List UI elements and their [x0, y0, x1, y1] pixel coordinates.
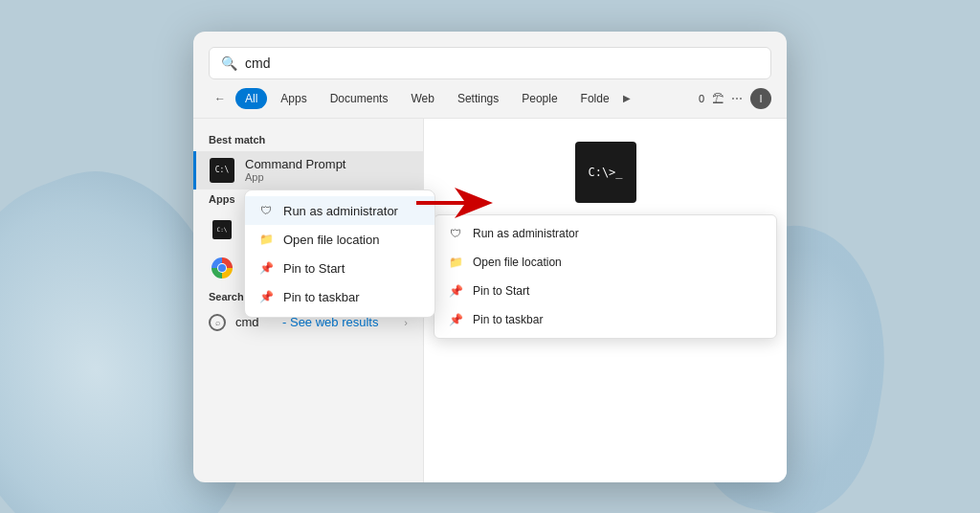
tab-settings[interactable]: Settings — [448, 88, 508, 109]
tab-all[interactable]: All — [235, 88, 267, 109]
folder-icon-float: 📁 — [258, 232, 274, 247]
floating-context-menu: 🛡 Run as administrator 📁 Open file locat… — [244, 190, 435, 318]
chrome-icon-container — [209, 255, 235, 281]
best-match-label: Best match — [193, 130, 423, 151]
right-panel: C:\>_ Command Prompt App 🛡 Run as admini… — [423, 119, 787, 482]
floating-pin-start-label: Pin to Start — [283, 261, 345, 276]
tab-people[interactable]: People — [512, 88, 567, 109]
floating-menu-open-location[interactable]: 📁 Open file location — [245, 225, 434, 254]
search-icon: 🔍 — [221, 56, 237, 71]
tab-apps[interactable]: Apps — [271, 88, 316, 109]
folder-icon-right: 📁 — [448, 255, 463, 270]
best-match-item[interactable]: C:\ Command Prompt App — [193, 151, 423, 190]
tab-more-button[interactable]: ▶ — [623, 93, 631, 103]
pin-icon-right-1: 📌 — [448, 283, 463, 299]
web-search-arrow: › — [404, 317, 408, 328]
tab-documents[interactable]: Documents — [321, 88, 398, 109]
result-count: 0 — [699, 93, 704, 104]
search-input[interactable]: cmd — [245, 56, 759, 71]
tab-web[interactable]: Web — [401, 88, 443, 109]
right-menu-pin-start-label: Pin to Start — [473, 284, 529, 298]
floating-open-location-label: Open file location — [283, 233, 379, 247]
cmd-icon-best: C:\ — [209, 157, 235, 184]
filter-tabs: ← All Apps Documents Web Settings People… — [193, 79, 787, 119]
floating-pin-taskbar-label: Pin to taskbar — [283, 290, 360, 304]
floating-run-admin-label: Run as administrator — [283, 204, 398, 218]
search-bar: 🔍 cmd — [209, 47, 771, 79]
right-menu-run-admin[interactable]: 🛡 Run as administrator — [434, 219, 776, 248]
right-menu-pin-start[interactable]: 📌 Pin to Start — [434, 277, 776, 305]
filter-icon: ⛱ — [712, 92, 724, 105]
tab-folders[interactable]: Folde — [571, 88, 619, 109]
floating-menu-pin-taskbar[interactable]: 📌 Pin to taskbar — [245, 282, 434, 311]
right-menu-open-location[interactable]: 📁 Open file location — [434, 248, 776, 277]
right-menu-open-label: Open file location — [473, 256, 562, 269]
chrome-icon — [212, 257, 233, 279]
floating-menu-run-admin[interactable]: 🛡 Run as administrator — [245, 196, 434, 225]
shield-icon-right: 🛡 — [448, 226, 463, 241]
cmd-vctl-icon: C:\ — [209, 216, 235, 243]
best-match-type: App — [245, 171, 408, 183]
web-search-icon: ⌕ — [209, 314, 226, 331]
pin-icon-float-1: 📌 — [258, 260, 274, 276]
context-menu-right: 🛡 Run as administrator 📁 Open file locat… — [434, 214, 777, 339]
pin-icon-right-2: 📌 — [448, 312, 463, 327]
overflow-icon[interactable]: ⋯ — [731, 92, 743, 105]
right-menu-run-admin-label: Run as administrator — [473, 227, 579, 240]
tab-back-button[interactable]: ← — [209, 87, 232, 110]
tab-more-area: 0 ⛱ ⋯ I — [695, 88, 771, 109]
right-menu-pin-taskbar[interactable]: 📌 Pin to taskbar — [434, 305, 776, 334]
floating-menu-pin-start[interactable]: 📌 Pin to Start — [245, 254, 434, 282]
avatar[interactable]: I — [750, 88, 771, 109]
preview-cmd-icon: C:\>_ — [575, 142, 636, 203]
command-prompt-icon: C:\ — [210, 158, 234, 183]
shield-icon-float: 🛡 — [258, 203, 274, 218]
pin-icon-float-2: 📌 — [258, 289, 274, 304]
right-menu-pin-taskbar-label: Pin to taskbar — [473, 313, 543, 326]
best-match-name: Command Prompt — [245, 157, 408, 171]
